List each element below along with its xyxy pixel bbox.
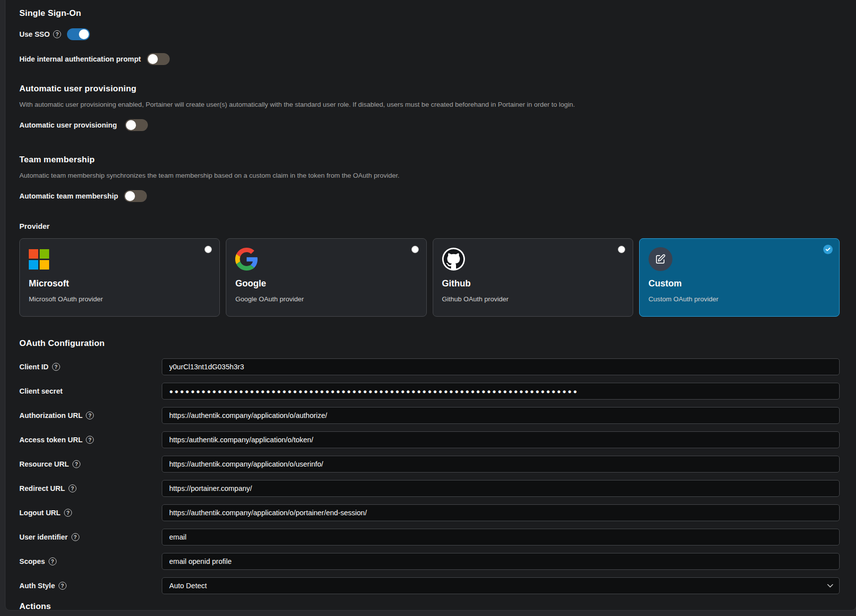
- use-sso-row: Use SSO ?: [19, 28, 840, 40]
- hide-prompt-row: Hide internal authentication prompt: [19, 53, 840, 65]
- client-id-label: Client ID: [19, 363, 49, 371]
- client-id-row: Client ID ?: [19, 358, 840, 375]
- client-secret-label: Client secret: [19, 387, 63, 395]
- logout-url-input[interactable]: [162, 504, 840, 521]
- oauth-settings-panel: Single Sign-On Use SSO ? Hide internal a…: [5, 0, 856, 611]
- provider-card-title: Google: [235, 278, 417, 289]
- scopes-row: Scopes ?: [19, 553, 840, 570]
- provisioning-toggle[interactable]: [125, 119, 148, 131]
- provider-card-microsoft[interactable]: Microsoft Microsoft OAuth provider: [19, 238, 220, 317]
- provider-card-google[interactable]: Google Google OAuth provider: [226, 238, 426, 317]
- provider-cards: Microsoft Microsoft OAuth provider Googl…: [19, 238, 840, 317]
- client-secret-row: Client secret: [19, 383, 840, 400]
- access-token-url-row: Access token URL ?: [19, 431, 840, 448]
- section-title-team: Team membership: [19, 155, 840, 165]
- edit-icon: [649, 247, 672, 271]
- help-icon[interactable]: ?: [49, 557, 57, 565]
- user-identifier-row: User identifier ?: [19, 529, 840, 546]
- section-title-actions: Actions: [19, 602, 840, 612]
- help-icon[interactable]: ?: [71, 533, 79, 541]
- toggle-knob-icon: [125, 191, 135, 201]
- scopes-label: Scopes: [19, 557, 45, 565]
- help-icon[interactable]: ?: [68, 484, 76, 492]
- github-logo-icon: [442, 248, 465, 271]
- resource-url-row: Resource URL ?: [19, 456, 840, 473]
- check-icon: [823, 245, 833, 254]
- section-title-provisioning: Automatic user provisioning: [19, 84, 840, 94]
- logout-url-label: Logout URL: [19, 509, 61, 517]
- help-icon[interactable]: ?: [53, 30, 61, 38]
- client-id-input[interactable]: [162, 358, 840, 375]
- help-icon[interactable]: ?: [86, 411, 94, 419]
- provider-card-title: Custom: [649, 278, 830, 289]
- section-title-sso: Single Sign-On: [19, 8, 840, 18]
- resource-url-label: Resource URL: [19, 460, 69, 468]
- help-icon[interactable]: ?: [52, 363, 60, 371]
- auth-style-select[interactable]: Auto Detect: [162, 577, 840, 594]
- hide-prompt-label: Hide internal authentication prompt: [19, 55, 141, 63]
- team-toggle[interactable]: [124, 190, 147, 202]
- team-label: Automatic team membership: [19, 192, 118, 200]
- redirect-url-row: Redirect URL ?: [19, 480, 840, 497]
- provisioning-row: Automatic user provisioning: [19, 119, 840, 131]
- use-sso-label: Use SSO: [19, 30, 50, 38]
- toggle-knob-icon: [126, 120, 136, 130]
- hide-prompt-toggle[interactable]: [147, 53, 170, 65]
- team-description: Automatic team membership synchronizes t…: [19, 172, 840, 179]
- redirect-url-input[interactable]: [162, 480, 840, 497]
- provider-card-description: Github OAuth provider: [442, 295, 624, 303]
- provider-card-title: Github: [442, 278, 624, 289]
- provider-card-description: Google OAuth provider: [235, 295, 417, 303]
- provider-card-custom[interactable]: Custom Custom OAuth provider: [639, 238, 840, 317]
- radio-unchecked-icon[interactable]: [411, 246, 419, 253]
- client-secret-input[interactable]: [162, 383, 840, 400]
- scopes-input[interactable]: [162, 553, 840, 570]
- provider-card-github[interactable]: Github Github OAuth provider: [433, 238, 633, 317]
- authorization-url-label: Authorization URL: [19, 411, 82, 419]
- radio-unchecked-icon[interactable]: [618, 246, 625, 253]
- toggle-knob-icon: [79, 29, 89, 39]
- toggle-knob-icon: [148, 54, 158, 64]
- resource-url-input[interactable]: [162, 456, 840, 473]
- provisioning-label: Automatic user provisioning: [19, 121, 117, 129]
- authorization-url-input[interactable]: [162, 407, 840, 424]
- provider-card-description: Custom OAuth provider: [649, 295, 830, 303]
- provider-card-title: Microsoft: [29, 278, 210, 289]
- google-logo-icon: [235, 248, 258, 271]
- chevron-down-icon: [827, 584, 833, 588]
- provisioning-description: With automatic user provisioning enabled…: [19, 101, 840, 108]
- logout-url-row: Logout URL ?: [19, 504, 840, 521]
- section-title-oauth-configuration: OAuth Configuration: [19, 339, 840, 348]
- auth-style-selected-value: Auto Detect: [169, 582, 207, 590]
- authorization-url-row: Authorization URL ?: [19, 407, 840, 424]
- user-identifier-input[interactable]: [162, 529, 840, 546]
- access-token-url-label: Access token URL: [19, 436, 82, 444]
- help-icon[interactable]: ?: [64, 509, 72, 517]
- radio-unchecked-icon[interactable]: [204, 246, 212, 253]
- user-identifier-label: User identifier: [19, 533, 68, 541]
- provider-card-description: Microsoft OAuth provider: [29, 295, 210, 303]
- access-token-url-input[interactable]: [162, 431, 840, 448]
- help-icon[interactable]: ?: [59, 582, 66, 590]
- auth-style-row: Auth Style ? Auto Detect: [19, 577, 840, 594]
- provider-label: Provider: [19, 222, 840, 230]
- use-sso-toggle[interactable]: [67, 28, 90, 40]
- help-icon[interactable]: ?: [86, 436, 94, 444]
- help-icon[interactable]: ?: [72, 460, 80, 468]
- auth-style-label: Auth Style: [19, 582, 55, 590]
- redirect-url-label: Redirect URL: [19, 484, 65, 492]
- team-row: Automatic team membership: [19, 190, 840, 202]
- microsoft-logo-icon: [29, 249, 49, 270]
